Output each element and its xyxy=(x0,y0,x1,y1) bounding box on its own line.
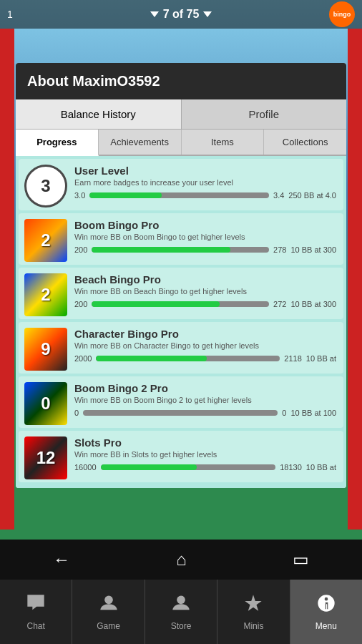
minis-icon xyxy=(243,593,263,618)
achievements-content[interactable]: 3 User Level Earn more badges to increas… xyxy=(16,156,346,488)
achievement-desc-slots-pro: Win more BB in Slots to get higher level… xyxy=(74,450,336,459)
achievement-item-boom-bingo-2-pro: 0 Boom Bingo 2 Pro Win more BB on Boom B… xyxy=(19,376,343,428)
page-indicator-text: 7 of 75 xyxy=(163,8,200,21)
progress-min-slots-pro: 16000 xyxy=(74,463,97,472)
nav-label-menu: Menu xyxy=(315,621,337,631)
achievement-info-user-level: User Level Earn more badges to increase … xyxy=(74,165,336,200)
nav-item-chat[interactable]: Chat xyxy=(0,580,72,644)
achievement-desc-beach-bingo-pro: Win more BB on Beach Bingo to get higher… xyxy=(74,287,336,296)
prev-arrow-icon[interactable] xyxy=(150,11,159,17)
badge-slots-pro: 12 xyxy=(24,436,67,479)
achievement-item-slots-pro: 12 Slots Pro Win more BB in Slots to get… xyxy=(19,431,343,482)
top-tabs: Balance History Profile xyxy=(16,99,346,130)
badge-user-level: 3 xyxy=(24,165,67,208)
nav-label-store: Store xyxy=(171,621,192,631)
nav-item-game[interactable]: Game xyxy=(72,580,145,644)
progress-max-beach-bingo-pro: 10 BB at 300 xyxy=(290,300,336,308)
achievement-info-character-bingo-pro: Character Bingo Pro Win more BB on Chara… xyxy=(74,328,336,363)
progress-bar-container-boom-bingo-2-pro xyxy=(83,410,278,416)
bottom-nav: Chat Game Store Minis Menu xyxy=(0,580,362,644)
subtab-achievements[interactable]: Achievements xyxy=(99,130,182,155)
progress-row-boom-bingo-2-pro: 0 0 10 BB at 100 xyxy=(74,409,336,417)
progress-bar-fill-user-level xyxy=(89,192,161,198)
top-left-number: 1 xyxy=(7,9,13,20)
progress-max-user-level: 250 BB at 4.0 xyxy=(288,191,336,200)
svg-point-0 xyxy=(104,595,113,604)
progress-max-boom-bingo-pro: 10 BB at 300 xyxy=(290,245,336,254)
progress-bar-container-beach-bingo-pro xyxy=(92,301,269,307)
home-button[interactable]: ⌂ xyxy=(176,550,187,570)
svg-point-1 xyxy=(177,595,185,604)
nav-item-minis[interactable]: Minis xyxy=(217,580,290,644)
achievement-item-beach-bingo-pro: 2 Beach Bingo Pro Win more BB on Beach B… xyxy=(19,268,343,319)
progress-current-slots-pro: 18130 xyxy=(280,463,302,472)
modal-title: About MaximO3592 xyxy=(16,63,346,99)
recent-apps-button[interactable]: ▭ xyxy=(293,550,309,570)
progress-row-slots-pro: 16000 18130 10 BB at xyxy=(74,463,336,472)
achievement-title-user-level: User Level xyxy=(74,165,336,177)
progress-bar-container-user-level xyxy=(89,192,269,198)
next-arrow-icon[interactable] xyxy=(203,11,212,17)
top-bar: 1 7 of 75 bingo xyxy=(0,0,362,29)
progress-current-boom-bingo-2-pro: 0 xyxy=(282,409,286,417)
tab-profile[interactable]: Profile xyxy=(182,99,347,129)
nav-label-chat: Chat xyxy=(27,621,45,631)
nav-item-menu[interactable]: Menu xyxy=(290,580,362,644)
left-side-panel xyxy=(0,29,14,530)
subtab-collections[interactable]: Collections xyxy=(264,130,346,155)
progress-bar-container-character-bingo-pro xyxy=(96,356,280,361)
subtab-items[interactable]: Items xyxy=(182,130,265,155)
back-button[interactable]: ← xyxy=(53,550,70,570)
progress-max-character-bingo-pro: 10 BB at xyxy=(306,354,336,363)
achievement-title-slots-pro: Slots Pro xyxy=(74,436,336,449)
bingo-logo: bingo xyxy=(329,1,355,27)
achievement-title-boom-bingo-pro: Boom Bingo Pro xyxy=(74,219,336,231)
game-icon xyxy=(99,593,119,618)
achievement-desc-character-bingo-pro: Win more BB on Character Bingo to get hi… xyxy=(74,341,336,350)
progress-row-boom-bingo-pro: 200 278 10 BB at 300 xyxy=(74,245,336,254)
achievement-item-user-level: 3 User Level Earn more badges to increas… xyxy=(19,159,343,210)
chat-icon xyxy=(26,593,46,618)
nav-label-minis: Minis xyxy=(243,621,263,631)
achievement-title-beach-bingo-pro: Beach Bingo Pro xyxy=(74,273,336,286)
progress-min-boom-bingo-pro: 200 xyxy=(74,245,87,254)
achievement-desc-boom-bingo-pro: Win more BB on Boom Bingo to get higher … xyxy=(74,233,336,241)
progress-current-user-level: 3.4 xyxy=(273,191,284,200)
achievement-info-boom-bingo-pro: Boom Bingo Pro Win more BB on Boom Bingo… xyxy=(74,219,336,254)
progress-min-beach-bingo-pro: 200 xyxy=(74,300,87,308)
progress-max-slots-pro: 10 BB at xyxy=(306,463,336,472)
progress-bar-fill-beach-bingo-pro xyxy=(92,301,219,307)
progress-bar-container-boom-bingo-pro xyxy=(92,247,269,253)
progress-min-character-bingo-pro: 2000 xyxy=(74,354,92,363)
tab-balance-history[interactable]: Balance History xyxy=(16,99,182,129)
progress-max-boom-bingo-2-pro: 10 BB at 100 xyxy=(290,409,336,417)
nav-item-store[interactable]: Store xyxy=(145,580,217,644)
progress-row-user-level: 3.0 3.4 250 BB at 4.0 xyxy=(74,191,336,200)
achievement-info-boom-bingo-2-pro: Boom Bingo 2 Pro Win more BB on Boom Bin… xyxy=(74,382,336,417)
sub-tabs: Progress Achievements Items Collections xyxy=(16,130,346,156)
progress-current-character-bingo-pro: 2118 xyxy=(284,354,301,363)
achievement-desc-user-level: Earn more badges to increase your user l… xyxy=(74,178,336,187)
badge-boom-bingo-2-pro: 0 xyxy=(24,382,67,425)
achievement-item-character-bingo-pro: 9 Character Bingo Pro Win more BB on Cha… xyxy=(19,322,343,374)
about-modal: About MaximO3592 Balance History Profile… xyxy=(16,63,346,488)
badge-character-bingo-pro: 9 xyxy=(24,328,67,371)
progress-min-user-level: 3.0 xyxy=(74,191,85,200)
progress-current-beach-bingo-pro: 272 xyxy=(273,300,286,308)
progress-bar-fill-boom-bingo-pro xyxy=(92,247,230,253)
subtab-progress[interactable]: Progress xyxy=(16,130,99,156)
achievement-desc-boom-bingo-2-pro: Win more BB on Boom Bingo 2 to get highe… xyxy=(74,396,336,404)
badge-beach-bingo-pro: 2 xyxy=(24,273,67,316)
progress-current-boom-bingo-pro: 278 xyxy=(273,245,286,254)
store-icon xyxy=(171,593,191,618)
badge-boom-bingo-pro: 2 xyxy=(24,219,67,262)
nav-label-game: Game xyxy=(97,621,120,631)
page-indicator: 7 of 75 xyxy=(150,8,212,21)
menu-icon xyxy=(316,593,336,618)
achievement-title-boom-bingo-2-pro: Boom Bingo 2 Pro xyxy=(74,382,336,394)
progress-row-character-bingo-pro: 2000 2118 10 BB at xyxy=(74,354,336,363)
progress-min-boom-bingo-2-pro: 0 xyxy=(74,409,79,417)
bottom-controls: ← ⌂ ▭ xyxy=(0,540,362,580)
achievement-info-slots-pro: Slots Pro Win more BB in Slots to get hi… xyxy=(74,436,336,472)
right-side-panel xyxy=(348,29,362,530)
